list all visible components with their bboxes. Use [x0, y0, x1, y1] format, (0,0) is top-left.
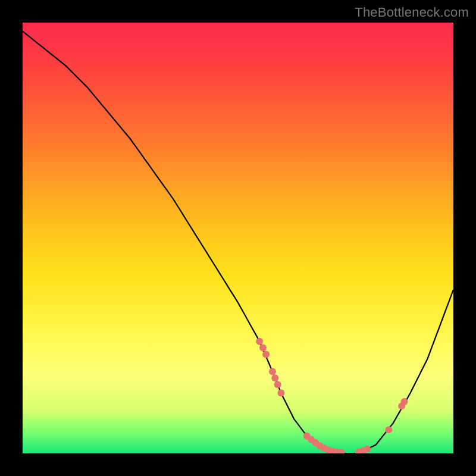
- curve-marker: [259, 345, 267, 352]
- plot-area: [23, 23, 453, 453]
- curve-markers: [256, 338, 408, 453]
- curve-marker: [262, 351, 270, 358]
- chart-frame: TheBottleneck.com: [0, 0, 476, 476]
- curve-marker: [364, 446, 371, 453]
- curve-marker: [277, 390, 284, 397]
- curve-marker: [271, 374, 278, 381]
- curve-marker: [385, 426, 392, 433]
- curve-marker: [256, 338, 263, 345]
- curve-marker: [269, 368, 276, 375]
- watermark-text: TheBottleneck.com: [355, 5, 469, 20]
- curve-marker: [401, 398, 408, 405]
- curve-marker: [274, 381, 281, 388]
- bottleneck-curve: [23, 32, 453, 454]
- chart-svg: [23, 23, 453, 453]
